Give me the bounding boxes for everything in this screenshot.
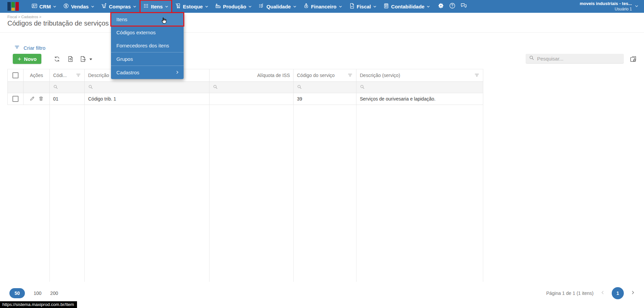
page-title: Códigos de tributação de serviços xyxy=(7,20,644,27)
menu-fiscal[interactable]: Fiscal xyxy=(346,0,380,13)
page-size-200[interactable]: 200 xyxy=(50,291,58,296)
moneybag-icon xyxy=(303,3,309,10)
header-codigo[interactable]: Códi... xyxy=(50,69,85,82)
cart-icon xyxy=(101,3,107,10)
page-size-50[interactable]: 50 xyxy=(9,288,25,298)
export-options-caret[interactable] xyxy=(89,59,92,60)
filter-cell-codigo[interactable] xyxy=(50,82,85,93)
dropdown-item-fornecedores[interactable]: Fornecedores dos itens xyxy=(111,39,184,52)
column-filter-icon[interactable] xyxy=(347,72,353,79)
next-page-icon[interactable] xyxy=(631,290,635,296)
menu-label: Vendas xyxy=(71,4,89,9)
menu-label: Financeiro xyxy=(311,4,337,9)
menu-itens[interactable]: Itens xyxy=(140,0,172,13)
filter-cell-empty xyxy=(24,82,50,93)
column-filter-icon[interactable] xyxy=(474,72,480,79)
menu-financeiro[interactable]: Financeiro xyxy=(300,0,346,13)
cell-descricao-servico[interactable]: Serviços de ourivesaria e lapidação. xyxy=(356,93,483,105)
dropdown-item-label: Fornecedores dos itens xyxy=(116,43,169,48)
main-menu: CRM Vendas Compras Itens Estoque Produçã… xyxy=(28,0,433,13)
menu-contabilidade[interactable]: Contabilidade xyxy=(380,0,433,13)
company-name: moveis industriais - tes... xyxy=(580,1,632,6)
menu-crm[interactable]: CRM xyxy=(28,0,60,13)
menu-compras[interactable]: Compras xyxy=(98,0,140,13)
dropdown-item-cadastros[interactable]: Cadastros xyxy=(111,66,184,79)
menu-estoque[interactable]: Estoque xyxy=(172,0,212,13)
header-acoes[interactable]: Ações xyxy=(24,69,50,82)
filter-cell-descricao[interactable] xyxy=(85,82,210,93)
reload-data-icon[interactable] xyxy=(67,56,74,62)
factory-icon xyxy=(215,3,221,10)
user-name: Usuário 1 xyxy=(580,7,632,12)
menu-vendas[interactable]: Vendas xyxy=(60,0,98,13)
search-icon xyxy=(360,84,365,90)
row-select-cell xyxy=(7,93,24,105)
dropdown-item-label: Códigos externos xyxy=(116,30,156,35)
link-status-tooltip: https://sistema.maxiprod.com.br/Item xyxy=(0,301,77,308)
page-size-100[interactable]: 100 xyxy=(34,291,41,296)
table-filter-row xyxy=(7,82,483,93)
delete-trash-icon[interactable] xyxy=(38,96,44,102)
select-all-checkbox[interactable] xyxy=(12,72,18,78)
header-descricao-servico[interactable]: Descrição (serviço) xyxy=(356,69,483,82)
dropdown-item-itens[interactable]: Itens xyxy=(111,13,184,26)
maxiprod-logo xyxy=(7,2,20,11)
new-button[interactable]: + Novo xyxy=(13,54,41,64)
current-page-button[interactable]: 1 xyxy=(612,287,624,299)
row-checkbox[interactable] xyxy=(12,96,18,102)
chevron-down-icon xyxy=(293,4,297,9)
search-input[interactable] xyxy=(537,56,620,62)
filter-cell-aliquota[interactable] xyxy=(210,82,294,93)
menu-label: Fiscal xyxy=(357,4,371,9)
header-descricao-servico-label: Descrição (serviço) xyxy=(360,73,400,78)
header-codigo-servico[interactable]: Código do serviço xyxy=(294,69,356,82)
filter-cell-descricao-servico[interactable] xyxy=(356,82,483,93)
create-filter-link[interactable]: Criar filtro xyxy=(14,44,45,51)
chat-icon[interactable] xyxy=(460,2,467,10)
plus-icon: + xyxy=(17,56,21,62)
dropdown-item-codigos-externos[interactable]: Códigos externos xyxy=(111,26,184,39)
header-codigo-label: Códi... xyxy=(53,73,67,78)
page-header: Fiscal > Cadastros > Códigos de tributaç… xyxy=(0,13,644,33)
chevron-down-icon xyxy=(339,4,342,9)
chevron-down-icon xyxy=(373,4,377,9)
menu-label: Compras xyxy=(109,4,131,9)
dropdown-item-label: Grupos xyxy=(116,56,133,62)
cell-codigo[interactable]: 01 xyxy=(50,93,85,105)
menu-qualidade[interactable]: Qualidade xyxy=(255,0,300,13)
calculator-icon xyxy=(383,3,389,10)
breadcrumb[interactable]: Fiscal > Cadastros > xyxy=(7,15,644,19)
row-actions-cell xyxy=(24,93,50,105)
filter-cell-codigo-servico[interactable] xyxy=(294,82,356,93)
dropdown-item-grupos[interactable]: Grupos xyxy=(111,52,184,66)
column-chooser-icon[interactable] xyxy=(630,55,637,63)
user-menu[interactable]: moveis industriais - tes... Usuário 1 xyxy=(580,1,639,11)
header-aliquota[interactable]: Alíquota de ISS xyxy=(210,69,294,82)
column-filter-icon[interactable] xyxy=(76,72,81,79)
export-icon[interactable] xyxy=(80,56,86,62)
chevron-down-icon xyxy=(133,4,137,9)
chevron-down-icon xyxy=(165,4,168,9)
menu-label: Contabilidade xyxy=(391,4,424,9)
chevron-down-icon xyxy=(205,4,209,9)
cell-aliquota[interactable] xyxy=(210,93,294,105)
settings-gear-icon[interactable] xyxy=(438,2,444,10)
search-icon xyxy=(213,84,218,90)
page-info: Página 1 de 1 (1 itens) xyxy=(546,291,594,296)
submenu-arrow-icon xyxy=(175,70,179,75)
edit-pencil-icon[interactable] xyxy=(30,96,35,102)
help-icon[interactable] xyxy=(449,2,456,10)
cell-descricao[interactable]: Código trib. 1 xyxy=(85,93,210,105)
refresh-icon[interactable] xyxy=(54,56,60,62)
cell-codigo-servico[interactable]: 39 xyxy=(294,93,356,105)
dropdown-item-label: Itens xyxy=(116,16,127,22)
chevron-down-icon xyxy=(53,4,56,9)
menu-label: Itens xyxy=(151,4,163,9)
menu-producao[interactable]: Produção xyxy=(212,0,255,13)
menu-label: CRM xyxy=(39,4,51,9)
filter-icon xyxy=(14,44,20,51)
chevron-down-icon xyxy=(248,4,252,9)
prev-page-icon[interactable] xyxy=(600,290,605,296)
table-row: 01 Código trib. 1 39 Serviços de ourives… xyxy=(7,93,483,105)
search-box xyxy=(526,54,624,64)
